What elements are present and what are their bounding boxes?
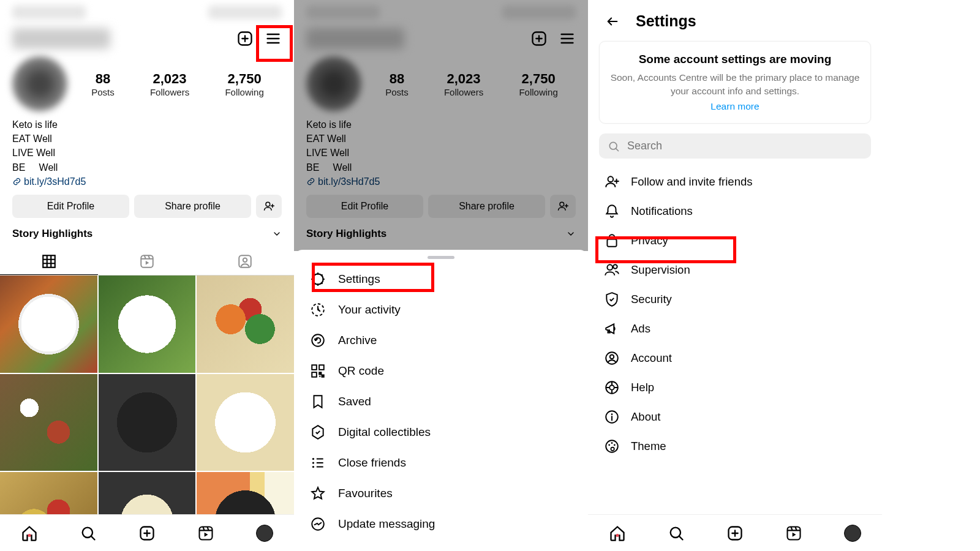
link-icon	[12, 177, 21, 186]
menu-item-collectibles[interactable]: Digital collectibles	[294, 417, 588, 448]
back-button[interactable]	[604, 15, 621, 28]
tab-reels[interactable]	[98, 249, 196, 275]
nav-home-icon[interactable]	[609, 525, 626, 542]
menu-item-label: QR code	[338, 364, 384, 378]
nav-create-icon[interactable]	[726, 525, 744, 542]
list-icon	[310, 455, 326, 471]
following-label: Following	[225, 87, 263, 97]
settings-item-help[interactable]: Help	[588, 373, 882, 402]
menu-item-label: Close friends	[338, 456, 406, 470]
setting-label: Security	[631, 293, 672, 306]
profile-avatar[interactable]	[12, 56, 67, 111]
story-highlights-toggle[interactable]: Story Highlights	[0, 220, 294, 246]
tab-grid[interactable]	[0, 249, 98, 275]
chevron-down-icon	[272, 229, 282, 239]
post-thumbnail[interactable]	[197, 276, 294, 373]
menu-item-label: Saved	[338, 395, 371, 408]
posts-grid	[0, 276, 294, 551]
followers-stat[interactable]: 2,023Followers	[150, 71, 189, 97]
menu-item-label: Archive	[338, 334, 377, 347]
menu-item-label: Update messaging	[338, 517, 435, 531]
profile-menu-screen: 88Posts 2,023Followers 2,750Following Ke…	[294, 0, 588, 551]
setting-label: About	[631, 410, 660, 424]
menu-item-archive[interactable]: Archive	[294, 325, 588, 356]
settings-item-security[interactable]: Security	[588, 285, 882, 314]
menu-button[interactable]	[265, 30, 282, 47]
bottom-nav	[0, 514, 294, 551]
menu-item-label: Your activity	[338, 303, 401, 317]
post-thumbnail[interactable]	[0, 374, 97, 471]
menu-item-saved[interactable]: Saved	[294, 386, 588, 417]
menu-item-qr[interactable]: QR code	[294, 356, 588, 386]
following-stat[interactable]: 2,750Following	[225, 71, 263, 97]
create-button[interactable]	[236, 30, 254, 47]
megaphone-icon	[604, 321, 620, 337]
lock-icon	[604, 233, 620, 249]
settings-item-ads[interactable]: Ads	[588, 314, 882, 343]
notification-dot	[616, 534, 619, 537]
hexagon-icon	[310, 424, 326, 440]
nav-reels-icon[interactable]	[197, 525, 214, 542]
post-thumbnail[interactable]	[99, 276, 196, 373]
setting-label: Supervision	[631, 263, 690, 277]
setting-label: Notifications	[631, 204, 693, 218]
edit-profile-button[interactable]: Edit Profile	[12, 195, 129, 218]
nav-search-icon[interactable]	[80, 525, 97, 542]
account-icon	[604, 350, 620, 366]
menu-item-close-friends[interactable]: Close friends	[294, 448, 588, 478]
bio-link[interactable]: bit.ly/3sHd7d5	[12, 174, 282, 189]
nav-home-icon[interactable]	[21, 525, 38, 542]
posts-stat[interactable]: 88Posts	[91, 71, 115, 97]
menu-item-favourites[interactable]: Favourites	[294, 478, 588, 509]
post-thumbnail[interactable]	[99, 374, 196, 471]
settings-item-follow-invite[interactable]: Follow and invite friends	[588, 167, 882, 197]
settings-item-account[interactable]: Account	[588, 343, 882, 373]
username-redacted	[12, 28, 110, 49]
setting-label: Theme	[631, 440, 666, 453]
notification-dot	[28, 534, 31, 537]
menu-item-settings[interactable]: Settings	[294, 264, 588, 294]
menu-item-activity[interactable]: Your activity	[294, 294, 588, 325]
setting-label: Help	[631, 381, 654, 394]
notice-learn-more-link[interactable]: Learn more	[609, 101, 861, 112]
sheet-handle[interactable]	[428, 256, 454, 259]
settings-item-about[interactable]: About	[588, 402, 882, 432]
info-icon	[604, 409, 620, 425]
settings-item-theme[interactable]: Theme	[588, 432, 882, 461]
nav-search-icon[interactable]	[668, 525, 685, 542]
post-thumbnail[interactable]	[0, 276, 97, 373]
nav-profile-avatar[interactable]	[844, 525, 861, 542]
search-input[interactable]	[627, 140, 862, 152]
nav-profile-avatar[interactable]	[256, 525, 273, 542]
settings-item-supervision[interactable]: Supervision	[588, 255, 882, 285]
settings-notice: Some account settings are moving Soon, A…	[599, 41, 871, 124]
posts-label: Posts	[91, 87, 115, 97]
settings-screen: Settings Some account settings are movin…	[588, 0, 882, 551]
nav-create-icon[interactable]	[138, 525, 156, 542]
palette-icon	[604, 438, 620, 454]
post-thumbnail[interactable]	[197, 374, 294, 471]
highlights-label: Story Highlights	[12, 228, 92, 240]
bio-line: Keto is life	[12, 118, 282, 132]
menu-item-messaging[interactable]: Update messaging	[294, 509, 588, 539]
redacted	[208, 6, 282, 19]
messenger-icon	[310, 516, 326, 532]
nav-reels-icon[interactable]	[785, 525, 802, 542]
activity-icon	[310, 302, 326, 318]
notice-body: Soon, Accounts Centre will be the primar…	[609, 71, 861, 97]
settings-item-notifications[interactable]: Notifications	[588, 197, 882, 226]
bio-link-text: bit.ly/3sHd7d5	[24, 174, 86, 189]
tab-tagged[interactable]	[196, 249, 294, 275]
notice-title: Some account settings are moving	[609, 53, 861, 66]
bookmark-icon	[310, 394, 326, 410]
status-bar	[0, 0, 294, 24]
bell-icon	[604, 203, 620, 219]
setting-label: Privacy	[631, 234, 668, 247]
settings-search[interactable]	[599, 133, 871, 159]
settings-item-privacy[interactable]: Privacy	[588, 226, 882, 255]
grid-icon	[41, 253, 57, 269]
discover-people-button[interactable]	[256, 195, 282, 218]
tagged-icon	[237, 253, 253, 269]
modal-backdrop[interactable]	[294, 0, 588, 251]
share-profile-button[interactable]: Share profile	[134, 195, 251, 218]
